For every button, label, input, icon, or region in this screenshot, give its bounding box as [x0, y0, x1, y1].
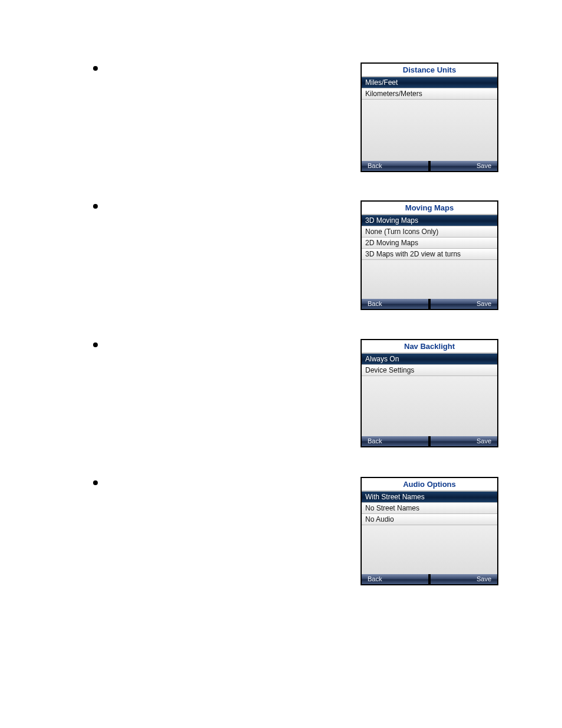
bullet-icon — [93, 480, 98, 485]
save-button[interactable]: Save — [431, 436, 497, 446]
option-device-settings[interactable]: Device Settings — [362, 365, 497, 376]
options-list: Miles/Feet Kilometers/Meters — [362, 77, 497, 100]
panel-nav-backlight: Nav Backlight Always On Device Settings … — [361, 339, 498, 447]
back-button[interactable]: Back — [362, 436, 428, 446]
option-no-street-names[interactable]: No Street Names — [362, 503, 497, 514]
panel-fill — [362, 525, 497, 574]
panel-title: Nav Backlight — [362, 340, 497, 354]
panel-distance-units: Distance Units Miles/Feet Kilometers/Met… — [361, 62, 498, 172]
options-list: Always On Device Settings — [362, 354, 497, 376]
panel-footer: Back Save — [362, 299, 497, 309]
panel-audio-options: Audio Options With Street Names No Stree… — [361, 477, 498, 585]
panel-title: Audio Options — [362, 478, 497, 492]
option-3d-with-2d-at-turns[interactable]: 3D Maps with 2D view at turns — [362, 249, 497, 260]
save-button[interactable]: Save — [431, 299, 497, 309]
panel-title: Distance Units — [362, 64, 497, 77]
option-with-street-names[interactable]: With Street Names — [362, 492, 497, 503]
back-button[interactable]: Back — [362, 161, 428, 171]
option-kilometers-meters[interactable]: Kilometers/Meters — [362, 88, 497, 100]
option-no-audio[interactable]: No Audio — [362, 514, 497, 525]
panel-fill — [362, 260, 497, 299]
option-none-turn-icons[interactable]: None (Turn Icons Only) — [362, 226, 497, 238]
row-nav-backlight: Nav Backlight Always On Device Settings … — [93, 339, 498, 447]
panel-moving-maps: Moving Maps 3D Moving Maps None (Turn Ic… — [361, 200, 498, 310]
options-list: With Street Names No Street Names No Aud… — [362, 492, 497, 525]
back-button[interactable]: Back — [362, 574, 428, 584]
option-always-on[interactable]: Always On — [362, 354, 497, 365]
options-list: 3D Moving Maps None (Turn Icons Only) 2D… — [362, 215, 497, 260]
bullet-icon — [93, 66, 98, 71]
row-audio-options: Audio Options With Street Names No Stree… — [93, 477, 498, 585]
save-button[interactable]: Save — [431, 574, 497, 584]
panel-footer: Back Save — [362, 574, 497, 584]
bullet-icon — [93, 342, 98, 347]
option-3d-moving-maps[interactable]: 3D Moving Maps — [362, 215, 497, 226]
panel-fill — [362, 100, 497, 161]
row-moving-maps: Moving Maps 3D Moving Maps None (Turn Ic… — [93, 200, 498, 310]
bullet-icon — [93, 204, 98, 209]
back-button[interactable]: Back — [362, 299, 428, 309]
panel-footer: Back Save — [362, 436, 497, 446]
panel-footer: Back Save — [362, 161, 497, 171]
save-button[interactable]: Save — [431, 161, 497, 171]
panel-title: Moving Maps — [362, 202, 497, 215]
row-distance-units: Distance Units Miles/Feet Kilometers/Met… — [93, 62, 498, 172]
panel-fill — [362, 376, 497, 436]
option-2d-moving-maps[interactable]: 2D Moving Maps — [362, 238, 497, 249]
option-miles-feet[interactable]: Miles/Feet — [362, 77, 497, 88]
